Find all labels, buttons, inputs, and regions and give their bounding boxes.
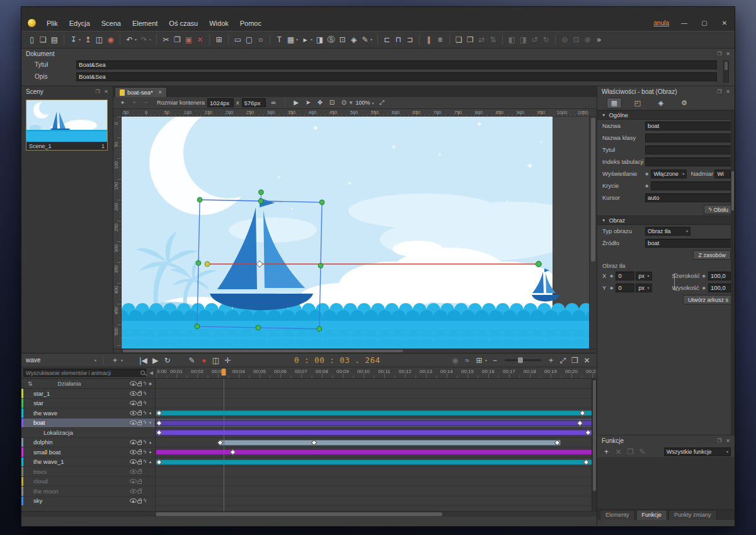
selection-handle-ne[interactable] — [319, 200, 324, 205]
timeline-track-dolphin[interactable] — [156, 438, 592, 448]
visibility-eye-icon[interactable] — [130, 391, 137, 396]
dokument-close-icon[interactable]: ✕ — [726, 51, 730, 57]
animation-lightning-icon[interactable]: ϟ — [144, 439, 147, 445]
visibility-eye-icon[interactable] — [130, 479, 137, 483]
timeline-ruler[interactable]: 0:0000:0100:0200:0300:0400:0500:0600:070… — [156, 367, 597, 378]
timeline-track-small-boat[interactable] — [156, 447, 592, 457]
dock-tab-elementy[interactable]: Elementy — [600, 510, 635, 520]
expand-chevron-icon[interactable]: ▴ — [149, 459, 152, 464]
lock-column-icon[interactable] — [137, 383, 142, 386]
user-link[interactable]: anula — [654, 20, 669, 26]
timeline-zoom-in-icon[interactable]: + — [546, 355, 556, 366]
rounded-rectangle-tool-icon[interactable]: ▢ — [244, 34, 255, 45]
timeline-track-star-1[interactable] — [156, 389, 592, 399]
close-button[interactable]: ✕ — [719, 20, 730, 26]
collapse-columns-icon[interactable]: ◀ — [150, 371, 153, 376]
wyswietlanie-keyframe-icon[interactable]: ◆ — [645, 171, 648, 176]
motion-path-end-point[interactable] — [536, 262, 542, 267]
szerokosc-keyframe-icon[interactable]: ◆ — [702, 273, 706, 279]
wysokosc-keyframe-icon[interactable]: ◆ — [702, 285, 706, 291]
visibility-eye-icon[interactable] — [130, 450, 137, 454]
menu-o-czasu[interactable]: Oś czasu — [163, 18, 203, 30]
z-zasobow-button[interactable]: Z zasobów — [693, 250, 731, 260]
properties-close-icon[interactable]: ✕ — [726, 89, 730, 95]
nadmiar-select[interactable]: Wi — [714, 170, 731, 178]
animation-lightning-icon[interactable]: ϟ — [144, 498, 147, 503]
link-dimensions-icon[interactable]: ∞ — [268, 98, 279, 108]
distribute-vertical-icon[interactable]: ≡ — [435, 34, 445, 45]
preview-play-icon[interactable]: ▶ — [291, 98, 302, 108]
lock-icon[interactable] — [137, 422, 142, 425]
animation-lightning-icon[interactable]: ϟ — [144, 400, 147, 406]
selection-handle-w[interactable] — [196, 261, 201, 266]
lock-icon[interactable] — [137, 451, 142, 454]
y-keyframe-icon[interactable]: ◆ — [610, 285, 613, 291]
ellipse-tool-icon[interactable]: ○ — [255, 34, 266, 45]
document-description-input[interactable] — [76, 72, 717, 81]
animation-bar[interactable] — [156, 430, 592, 435]
dock-tab-punkty-zmiany[interactable]: Punkty zmiany — [668, 510, 717, 520]
new-document-icon[interactable]: ▯ — [26, 34, 37, 45]
fit-timeline-icon[interactable]: ⤢ — [558, 355, 568, 366]
ungroup-icon[interactable]: ❒ — [465, 34, 476, 45]
wyswietlanie-select[interactable]: Włączone▾ — [651, 170, 687, 178]
stage-viewport[interactable] — [122, 117, 589, 348]
menu-pomoc[interactable]: Pomoc — [234, 18, 267, 30]
dock-tab-funkcje[interactable]: Funkcje — [636, 510, 668, 520]
tytul-input[interactable] — [645, 146, 733, 154]
selection-handle-nw[interactable] — [197, 197, 202, 202]
image-menu-icon[interactable]: ▾ — [295, 34, 299, 45]
group-icon[interactable]: ❑ — [454, 34, 464, 45]
lock-icon[interactable] — [137, 490, 142, 493]
timeline-element-dropdown[interactable]: wave▾ — [26, 357, 96, 364]
expand-chevron-icon[interactable]: ▴ — [149, 449, 152, 454]
timeline-row-the-moon[interactable]: the moon — [21, 486, 155, 497]
auto-keyframe-pen-icon[interactable]: ✎ — [186, 355, 197, 366]
animation-bar[interactable] — [156, 459, 592, 465]
nazwa-klasy-input[interactable] — [645, 134, 733, 142]
selection-handle-e[interactable] — [318, 263, 323, 268]
import-menu-icon[interactable]: ▾ — [77, 34, 82, 45]
document-tab-boat-sea[interactable]: boat-sea* ✕ — [115, 87, 167, 97]
properties-tab-interaction[interactable]: ◈ — [653, 98, 668, 108]
timeline-search-input[interactable] — [23, 369, 146, 377]
animation-lightning-icon[interactable]: ϟ — [144, 391, 147, 396]
align-left-icon[interactable]: ⊏ — [382, 34, 392, 45]
visibility-eye-icon[interactable] — [130, 420, 137, 425]
delete-icon[interactable]: ✕ — [195, 34, 205, 45]
timeline-playhead[interactable] — [224, 379, 224, 511]
grid-view-icon[interactable]: ⊞ — [474, 355, 484, 366]
loop-playback-icon[interactable]: ↻ — [162, 355, 173, 366]
timeline-row-star-1[interactable]: star_1ϟ — [21, 389, 155, 399]
menu-element[interactable]: Element — [127, 18, 163, 30]
package-project-icon[interactable]: ◫ — [94, 34, 105, 45]
krycie-keyframe-icon[interactable]: ◆ — [645, 183, 648, 188]
media-menu-icon[interactable]: ▾ — [309, 34, 314, 45]
align-right-icon[interactable]: ⊐ — [404, 34, 415, 45]
visibility-eye-icon[interactable] — [130, 489, 137, 493]
timeline-row-small-boat[interactable]: small boatϟ▴ — [21, 447, 155, 457]
tab-close-icon[interactable]: ✕ — [158, 89, 163, 95]
timeline-track-cloud[interactable] — [156, 477, 592, 487]
rotation-handle[interactable] — [259, 190, 264, 195]
timeline-track-sky[interactable] — [156, 497, 592, 507]
sceny-close-icon[interactable]: ✕ — [104, 89, 108, 95]
toolbar-overflow-icon[interactable]: » — [593, 34, 604, 45]
menu-scena[interactable]: Scena — [96, 18, 127, 30]
properties-tab-advanced[interactable]: ⚙ — [677, 98, 692, 108]
close-timeline-panel-icon[interactable]: ✕ — [581, 355, 592, 366]
marquee-tool-icon[interactable]: ⊡ — [327, 98, 338, 108]
animation-lightning-icon[interactable]: ϟ — [144, 410, 147, 416]
timeline-track-the-wave-1[interactable] — [156, 457, 592, 468]
timeline-zoom-slider[interactable] — [505, 359, 541, 361]
animation-bar[interactable] — [156, 420, 592, 426]
grid-menu-icon[interactable]: ▾ — [484, 355, 488, 366]
zoom-select[interactable]: 100%▾ — [356, 100, 374, 106]
text-tool-icon[interactable]: T — [274, 34, 285, 45]
paste-icon[interactable]: ▣ — [183, 34, 194, 45]
expand-chevron-icon[interactable]: ▴ — [149, 440, 152, 445]
lock-icon[interactable] — [137, 442, 142, 445]
szerokosc-input[interactable] — [708, 272, 731, 280]
visibility-eye-icon[interactable] — [130, 440, 137, 444]
timeline-vertical-scrollbar[interactable] — [592, 379, 597, 511]
